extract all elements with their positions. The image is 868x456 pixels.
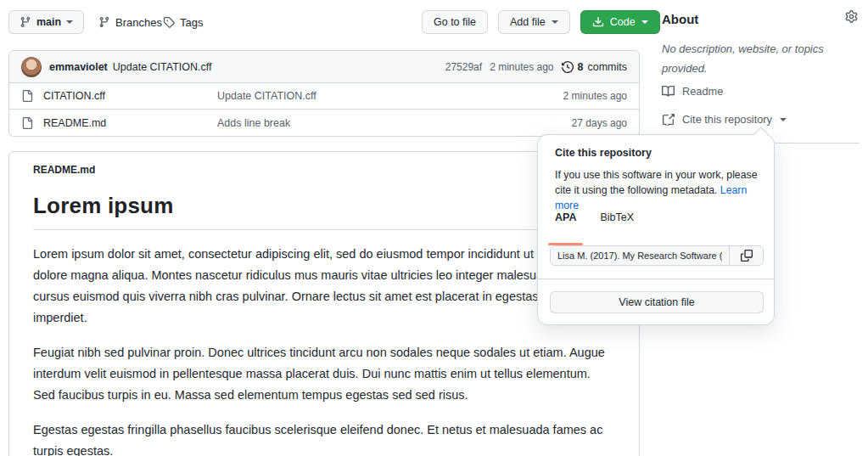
citation-format-tabs: APA BibTeX bbox=[555, 211, 634, 230]
sidebar-item-readme[interactable]: Readme bbox=[662, 85, 723, 98]
add-file-button[interactable]: Add file bbox=[498, 10, 570, 34]
file-name-link[interactable]: CITATION.cff bbox=[43, 90, 217, 102]
commits-label: commits bbox=[587, 61, 627, 73]
copy-citation-button[interactable] bbox=[729, 246, 763, 265]
readme-paragraph: Lorem ipsum dolor sit amet, consectetur … bbox=[33, 244, 615, 329]
popover-title: Cite this repository bbox=[555, 147, 652, 159]
popover-description: If you use this software in your work, p… bbox=[555, 167, 760, 213]
file-icon bbox=[21, 90, 33, 102]
commit-time: 2 minutes ago bbox=[490, 61, 553, 73]
code-button[interactable]: Code bbox=[580, 10, 660, 34]
file-commit-time: 27 days ago bbox=[572, 117, 627, 129]
toolbar-actions: Go to file Add file Code bbox=[422, 10, 660, 34]
chevron-down-icon bbox=[780, 118, 787, 121]
popover-divider bbox=[538, 279, 774, 279]
go-to-file-label: Go to file bbox=[434, 16, 476, 28]
sidebar-item-cite-repository[interactable]: Cite this repository bbox=[662, 113, 787, 126]
clipboard-icon bbox=[741, 250, 753, 262]
tab-apa[interactable]: APA bbox=[555, 211, 576, 230]
chevron-down-icon bbox=[641, 20, 648, 24]
readme-paragraph: Egestas egestas fringilla phasellus fauc… bbox=[33, 419, 615, 456]
branches-label: Branches bbox=[115, 16, 162, 29]
tag-icon bbox=[163, 16, 175, 28]
popover-caret bbox=[754, 127, 769, 142]
add-file-label: Add file bbox=[510, 16, 546, 28]
history-icon bbox=[562, 61, 574, 73]
commit-history-link[interactable]: 8 commits bbox=[562, 61, 627, 73]
about-heading: About bbox=[662, 12, 698, 26]
latest-commit-bar: emmaviolet Update CITATION.cff 27529af 2… bbox=[9, 51, 639, 83]
cross-reference-icon bbox=[662, 113, 675, 126]
tags-link[interactable]: Tags bbox=[163, 14, 203, 30]
branch-name-label: main bbox=[36, 16, 61, 28]
table-row: CITATION.cff Update CITATION.cff 2 minut… bbox=[9, 83, 639, 110]
about-description: No description, website, or topics provi… bbox=[662, 39, 855, 78]
commit-message-link[interactable]: Update CITATION.cff bbox=[113, 61, 212, 73]
file-name-link[interactable]: README.md bbox=[43, 117, 217, 129]
file-commit-message-link[interactable]: Adds line break bbox=[217, 117, 572, 129]
tags-label: Tags bbox=[180, 16, 203, 29]
author-avatar[interactable] bbox=[21, 57, 42, 77]
branch-selector-button[interactable]: main bbox=[8, 10, 84, 34]
book-icon bbox=[662, 85, 675, 98]
citation-text-input[interactable] bbox=[551, 246, 729, 265]
cite-repository-popover: Cite this repository If you use this sof… bbox=[537, 134, 775, 325]
commits-count: 8 bbox=[578, 61, 584, 73]
download-icon bbox=[592, 16, 604, 28]
gear-icon[interactable] bbox=[845, 10, 858, 23]
chevron-down-icon bbox=[66, 20, 73, 24]
tab-bibtex[interactable]: BibTeX bbox=[600, 211, 634, 230]
code-label: Code bbox=[610, 16, 636, 28]
chevron-down-icon bbox=[552, 20, 558, 24]
readme-title: Lorem ipsum bbox=[33, 193, 615, 230]
git-branch-icon bbox=[98, 16, 110, 28]
commit-sha-link[interactable]: 27529af bbox=[445, 61, 482, 73]
git-branch-icon bbox=[20, 16, 31, 28]
file-browser: emmaviolet Update CITATION.cff 27529af 2… bbox=[8, 50, 640, 137]
branches-link[interactable]: Branches bbox=[98, 14, 162, 30]
commit-author-link[interactable]: emmaviolet bbox=[49, 61, 108, 73]
table-row: README.md Adds line break 27 days ago bbox=[9, 110, 639, 136]
file-commit-time: 2 minutes ago bbox=[563, 90, 627, 102]
readme-link-label: Readme bbox=[682, 85, 723, 98]
go-to-file-button[interactable]: Go to file bbox=[422, 10, 488, 34]
citation-input-group bbox=[550, 245, 764, 266]
view-citation-file-button[interactable]: View citation file bbox=[550, 291, 764, 313]
file-commit-message-link[interactable]: Update CITATION.cff bbox=[217, 90, 563, 102]
readme-paragraph: Feugiat nibh sed pulvinar proin. Donec u… bbox=[33, 342, 615, 406]
file-icon bbox=[21, 117, 33, 129]
cite-link-label: Cite this repository bbox=[682, 113, 772, 126]
